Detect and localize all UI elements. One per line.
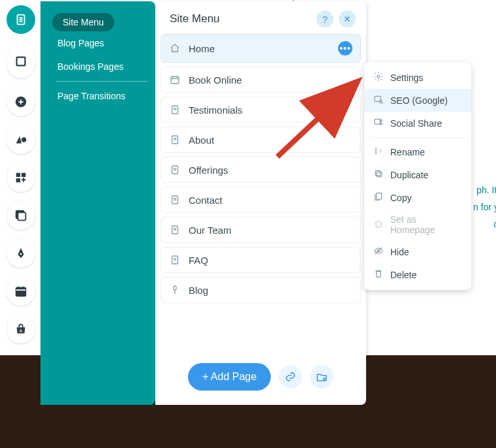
page-label: Home — [189, 43, 215, 54]
rail-media-icon[interactable] — [7, 201, 35, 230]
seo-icon — [373, 94, 384, 106]
hide-icon — [373, 246, 384, 258]
page-list: Home•••Book OnlineTestimonialsAboutOffer… — [155, 34, 366, 355]
svg-rect-4 — [17, 57, 25, 66]
page-label: Book Online — [189, 74, 242, 86]
panel-footer: + Add Page — [155, 355, 366, 405]
gear-icon — [373, 71, 384, 84]
menu-item: Set as Homepage — [364, 209, 471, 240]
svg-rect-23 — [171, 77, 179, 84]
svg-line-50 — [382, 103, 383, 104]
rail-section-icon[interactable] — [7, 44, 35, 78]
menu-item[interactable]: Settings — [364, 66, 471, 89]
page-label: Our Team — [189, 225, 232, 236]
add-link-icon[interactable] — [279, 365, 302, 389]
menu-item-label: Hide — [390, 247, 409, 257]
rail-add-icon[interactable] — [7, 88, 35, 116]
page-content-peek: ph. It' n for y q — [470, 182, 496, 232]
page-row[interactable]: Contact — [161, 187, 361, 213]
page-row[interactable]: Our Team — [161, 217, 361, 243]
page-row[interactable]: Offerings — [161, 157, 361, 183]
svg-text:17: 17 — [18, 291, 23, 295]
svg-rect-11 — [16, 178, 20, 182]
menu-item-label: Delete — [390, 270, 416, 280]
add-page-button[interactable]: + Add Page — [188, 363, 271, 391]
rename-icon: T — [373, 146, 384, 158]
page-label: Contact — [189, 195, 223, 206]
menu-item-label: Set as Homepage — [390, 214, 462, 235]
page-label: About — [189, 135, 214, 146]
menu-item-label: Social Share — [390, 118, 442, 129]
rail-booking-icon[interactable]: 17 — [7, 277, 35, 306]
page-row[interactable]: Home••• — [161, 34, 361, 63]
svg-point-14 — [20, 253, 22, 255]
delete-icon — [373, 268, 384, 281]
rail-pages-icon[interactable] — [7, 5, 35, 34]
svg-rect-13 — [18, 212, 25, 220]
menu-item-label: SEO (Google) — [390, 95, 448, 106]
menu-item-label: Rename — [390, 147, 425, 157]
sidebar-title-pill[interactable]: Site Menu — [52, 13, 114, 31]
sidebar-item-bookings-pages[interactable]: Bookings Pages — [52, 55, 147, 78]
page-row[interactable]: About — [161, 127, 361, 153]
sidebar-item-page-transitions[interactable]: Page Transitions — [52, 84, 147, 108]
share-icon — [373, 117, 384, 129]
add-folder-icon[interactable] — [310, 365, 333, 389]
rail-pen-icon[interactable] — [7, 239, 35, 268]
svg-text:T: T — [379, 149, 382, 153]
svg-rect-58 — [377, 172, 381, 176]
copy-icon — [373, 191, 384, 204]
svg-rect-10 — [22, 173, 25, 177]
menu-item-label: Settings — [390, 72, 424, 83]
menu-item-label: Duplicate — [390, 170, 428, 180]
page-label: Blog — [189, 285, 208, 296]
page-row[interactable]: Book Online — [161, 67, 361, 93]
menu-item[interactable]: Delete — [364, 263, 471, 286]
left-tool-rail: 17 A — [7, 5, 35, 344]
page-label: FAQ — [189, 255, 208, 266]
rail-apps-icon[interactable] — [7, 163, 35, 192]
menu-item[interactable]: Social Share — [364, 112, 471, 135]
page-label: Testimonials — [189, 104, 243, 116]
rail-store-icon[interactable]: A — [7, 315, 35, 344]
svg-rect-59 — [377, 193, 382, 199]
menu-item[interactable]: Copy — [364, 186, 471, 209]
page-row[interactable]: Blog — [161, 277, 361, 303]
menu-item[interactable]: SEO (Google) — [364, 89, 471, 112]
svg-rect-9 — [16, 173, 20, 177]
menu-item[interactable]: TRename — [364, 140, 471, 163]
menu-item[interactable]: Hide — [364, 240, 471, 263]
page-context-menu: SettingsSEO (Google)Social ShareTRenameD… — [364, 62, 471, 290]
duplicate-icon — [373, 168, 384, 181]
menu-item[interactable]: Duplicate — [364, 163, 471, 186]
svg-rect-57 — [375, 170, 380, 175]
page-label: Offerings — [189, 165, 228, 176]
close-icon[interactable] — [339, 10, 356, 27]
svg-point-47 — [377, 75, 380, 78]
svg-text:A: A — [20, 328, 23, 333]
help-icon[interactable]: ? — [317, 10, 333, 27]
site-menu-panel: Site Menu ? Home•••Book OnlineTestimonia… — [155, 1, 366, 405]
sidebar-separator — [56, 81, 147, 82]
panel-title: Site Menu — [170, 12, 220, 25]
svg-point-8 — [22, 137, 26, 142]
more-icon[interactable]: ••• — [338, 41, 352, 56]
rail-theme-icon[interactable] — [7, 125, 35, 154]
page-row[interactable]: Testimonials — [161, 97, 361, 123]
menu-item-label: Copy — [390, 193, 412, 203]
page-row[interactable]: FAQ — [161, 247, 361, 273]
sidebar-item-blog-pages[interactable]: Blog Pages — [52, 31, 147, 55]
home-icon — [373, 219, 384, 231]
sidebar-panel: Site Menu Blog Pages Bookings Pages Page… — [40, 1, 155, 405]
